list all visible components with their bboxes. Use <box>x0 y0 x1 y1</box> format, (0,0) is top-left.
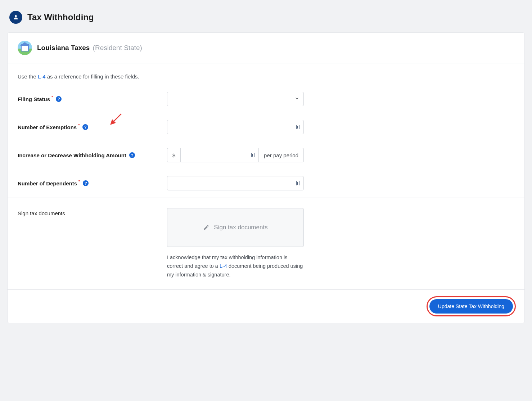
l4-ack-link[interactable]: L-4 <box>220 263 227 269</box>
adjust-withholding-input[interactable] <box>180 148 259 162</box>
divider <box>8 198 524 198</box>
period-suffix: per pay period <box>259 148 304 162</box>
required-indicator: * <box>51 95 53 99</box>
dependents-row: Number of Dependents * ? <box>18 176 514 190</box>
exemptions-label-text: Number of Exemptions <box>18 124 77 130</box>
section-title: Louisiana Taxes <box>37 44 90 51</box>
sign-documents-label: Sign tax documents <box>18 208 167 216</box>
required-indicator: * <box>78 123 80 127</box>
filing-status-label: Filing Status * ? <box>18 96 167 102</box>
help-icon[interactable]: ? <box>129 152 135 158</box>
password-manager-icon <box>296 125 299 129</box>
dependents-input[interactable] <box>167 176 304 190</box>
state-tax-card: Louisiana Taxes (Resident State) Use the… <box>7 32 525 323</box>
svg-line-1 <box>111 114 121 124</box>
exemptions-label: Number of Exemptions * ? <box>18 124 167 130</box>
filing-status-row: Filing Status * ? <box>18 92 514 106</box>
exemptions-row: Number of Exemptions * ? <box>18 120 514 134</box>
section-subtitle: (Resident State) <box>93 44 142 51</box>
filing-status-label-text: Filing Status <box>18 96 50 102</box>
pencil-icon <box>203 224 209 231</box>
card-footer: Update State Tax Withholding <box>8 289 524 323</box>
acknowledgment-text: I acknowledge that my tax withholding in… <box>167 253 304 279</box>
help-icon[interactable]: ? <box>83 180 89 186</box>
dependents-label-text: Number of Dependents <box>18 180 77 186</box>
card-header-text: Louisiana Taxes (Resident State) <box>37 44 142 52</box>
helper-prefix: Use the <box>18 73 38 80</box>
required-indicator: * <box>78 179 80 184</box>
page-title: Tax Withholding <box>27 12 94 22</box>
help-icon[interactable]: ? <box>82 124 88 130</box>
l4-reference-link[interactable]: L-4 <box>38 73 46 80</box>
sign-documents-box[interactable]: Sign tax documents <box>167 208 304 247</box>
adjust-withholding-row: Increase or Decrease Withholding Amount … <box>18 148 514 162</box>
help-icon[interactable]: ? <box>56 96 62 102</box>
sign-placeholder: Sign tax documents <box>214 224 267 231</box>
filing-status-select[interactable] <box>167 92 304 106</box>
exemptions-input[interactable] <box>167 120 304 134</box>
dependents-label: Number of Dependents * ? <box>18 180 167 186</box>
sign-documents-row: Sign tax documents Sign tax documents I … <box>18 208 514 279</box>
highlight-annotation: Update State Tax Withholding <box>427 296 516 316</box>
svg-point-0 <box>15 15 17 17</box>
update-state-tax-button[interactable]: Update State Tax Withholding <box>429 299 513 314</box>
currency-prefix: $ <box>167 148 180 162</box>
password-manager-icon <box>296 181 299 185</box>
adjust-label-text: Increase or Decrease Withholding Amount <box>18 152 126 158</box>
user-circle-icon <box>9 11 22 24</box>
house-state-icon <box>18 41 32 55</box>
page-header: Tax Withholding <box>7 7 525 32</box>
adjust-withholding-label: Increase or Decrease Withholding Amount … <box>18 152 167 158</box>
card-header: Louisiana Taxes (Resident State) <box>8 33 524 63</box>
card-body: Use the L-4 as a reference for filling i… <box>8 63 524 289</box>
helper-text: Use the L-4 as a reference for filling i… <box>18 73 514 80</box>
helper-suffix: as a reference for filling in these fiel… <box>46 73 139 80</box>
password-manager-icon <box>251 153 254 157</box>
